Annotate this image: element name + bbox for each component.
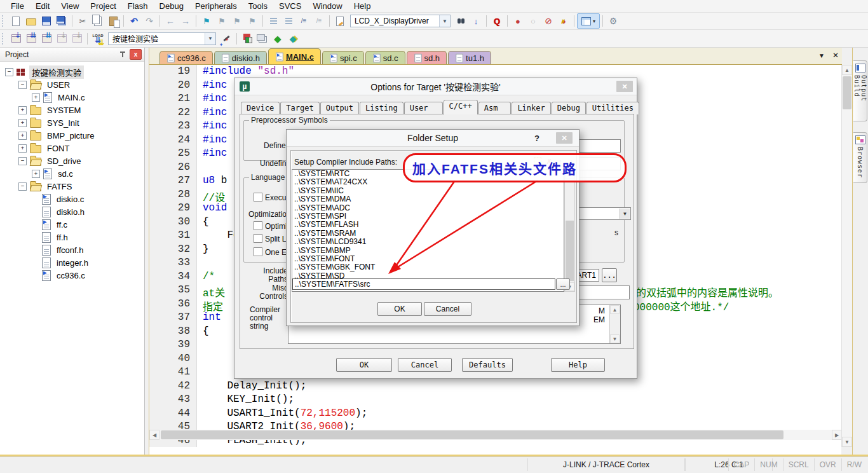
paths-scrollbar[interactable]: ▲ ▼ bbox=[564, 169, 575, 292]
tree-item-diskio-c[interactable]: diskio.c bbox=[0, 193, 144, 205]
ind2-button[interactable] bbox=[281, 14, 296, 28]
expander-icon[interactable]: + bbox=[18, 119, 27, 127]
findq-button[interactable] bbox=[489, 14, 505, 28]
path-edit-field[interactable]: ..\SYSTEM\FATFS\src bbox=[292, 278, 555, 290]
bp4-button[interactable] bbox=[556, 14, 571, 28]
folder-cancel-button[interactable]: Cancel bbox=[424, 302, 471, 316]
options-defaults-button[interactable]: Defaults bbox=[462, 358, 513, 372]
menu-file[interactable]: File bbox=[5, 1, 30, 11]
options-tab-asm[interactable]: Asm bbox=[478, 102, 512, 114]
compiler-string-scrollbar[interactable]: ▲ ▼ bbox=[609, 305, 620, 343]
one-elf-checkbox[interactable] bbox=[254, 247, 262, 256]
path-browse-button[interactable]: ... bbox=[556, 278, 570, 290]
tree-item-sd_drive[interactable]: −SD_drive bbox=[0, 154, 144, 167]
path-item[interactable]: ..\SYSTEM\LCD9341 bbox=[292, 238, 564, 246]
build-button[interactable] bbox=[24, 32, 39, 46]
translate-button[interactable] bbox=[8, 32, 24, 46]
ind1-button[interactable] bbox=[266, 14, 281, 28]
split-ldm-checkbox[interactable] bbox=[254, 234, 262, 243]
folder-ok-button[interactable]: OK bbox=[377, 302, 422, 316]
help-icon[interactable]: ? bbox=[531, 132, 543, 144]
bm3-button[interactable] bbox=[229, 14, 245, 28]
binoc-button[interactable] bbox=[453, 14, 468, 28]
bp3-button[interactable] bbox=[541, 14, 556, 28]
expander-icon[interactable]: − bbox=[5, 68, 13, 76]
options-tab-debug[interactable]: Debug bbox=[552, 102, 586, 114]
bp1-button[interactable] bbox=[510, 14, 526, 28]
options-cancel-button[interactable]: Cancel bbox=[398, 358, 452, 372]
warnings-combo[interactable]: ▼ bbox=[571, 207, 631, 220]
include-paths-browse-button[interactable]: ... bbox=[602, 268, 617, 282]
path-item[interactable]: ..\SYSTEM\SPI bbox=[292, 212, 564, 221]
new-file-button[interactable] bbox=[8, 14, 24, 28]
options-help-button[interactable]: Help bbox=[551, 358, 605, 372]
stop-build-button[interactable] bbox=[69, 32, 85, 46]
menu-tools[interactable]: Tools bbox=[243, 1, 273, 11]
editor-tab-cc936.c[interactable]: cc936.c bbox=[159, 51, 213, 64]
editor-tab-tu1.h[interactable]: tu1.h bbox=[448, 51, 491, 64]
scroll-down-icon[interactable]: ▼ bbox=[610, 334, 620, 343]
scroll-right-icon[interactable]: ▶ bbox=[832, 430, 842, 440]
scroll-up-icon[interactable]: ▲ bbox=[842, 65, 852, 75]
horizontal-scrollbar[interactable]: ◀ ▶ bbox=[149, 430, 842, 440]
manage-rte-button[interactable] bbox=[240, 32, 255, 46]
expander-icon[interactable]: − bbox=[18, 81, 27, 89]
project-close-button[interactable]: x bbox=[130, 49, 142, 60]
path-item[interactable]: ..\SYSTEM\ADC bbox=[292, 204, 564, 212]
redo-button[interactable] bbox=[142, 14, 157, 28]
editor-tab-diskio.h[interactable]: diskio.h bbox=[214, 51, 267, 64]
options-ok-button[interactable]: OK bbox=[336, 358, 392, 372]
chevron-down-icon[interactable]: ▼ bbox=[205, 33, 215, 45]
options-dialog-titlebar[interactable]: µ Options for Target '按键检测实验' ✕ bbox=[234, 78, 637, 95]
options-tab-user[interactable]: User bbox=[404, 102, 443, 114]
wrench-button[interactable] bbox=[606, 14, 621, 28]
scroll-left-icon[interactable]: ◀ bbox=[149, 430, 159, 440]
cm1-button[interactable] bbox=[296, 14, 311, 28]
bm2-button[interactable] bbox=[214, 14, 229, 28]
tree-item-cc936-c[interactable]: cc936.c bbox=[0, 269, 144, 282]
batch-build-button[interactable] bbox=[54, 32, 69, 46]
target-options-button[interactable] bbox=[219, 32, 234, 46]
menu-peripherals[interactable]: Peripherals bbox=[189, 1, 243, 11]
chevron-down-icon[interactable]: ▼ bbox=[620, 209, 630, 219]
menu-debug[interactable]: Debug bbox=[154, 1, 189, 11]
options-tab-device[interactable]: Device bbox=[241, 102, 280, 114]
menu-edit[interactable]: Edit bbox=[30, 1, 55, 11]
save-button[interactable] bbox=[39, 14, 54, 28]
tree-item-ff-c[interactable]: ff.c bbox=[0, 218, 144, 231]
options-tab-listing[interactable]: Listing bbox=[360, 102, 403, 114]
tab-close-icon[interactable]: ✕ bbox=[829, 50, 842, 60]
paste-button[interactable] bbox=[105, 14, 121, 28]
options-close-icon[interactable]: ✕ bbox=[616, 81, 633, 92]
chevron-down-icon[interactable]: ▾ bbox=[593, 18, 595, 24]
path-item[interactable]: ..\SYSTEM\FLASH bbox=[292, 221, 564, 229]
editor-tab-sd.c[interactable]: sd.c bbox=[365, 51, 405, 64]
rebuild-all-button[interactable] bbox=[39, 32, 54, 46]
download-button[interactable] bbox=[90, 32, 105, 46]
tab-browser[interactable]: Browser bbox=[853, 132, 867, 183]
options-tab-linker[interactable]: Linker bbox=[512, 102, 550, 114]
vertical-scroll-thumb[interactable] bbox=[843, 76, 851, 109]
scroll-down-icon[interactable]: ▼ bbox=[842, 437, 852, 447]
menu-project[interactable]: Project bbox=[85, 1, 121, 11]
find-doc-button[interactable] bbox=[332, 14, 348, 28]
window-layout-button[interactable]: ▾ bbox=[577, 13, 600, 29]
chevron-down-icon[interactable]: ▼ bbox=[439, 15, 450, 27]
options-tab-output[interactable]: Output bbox=[320, 102, 359, 114]
path-item[interactable]: ..\SYSTEM\SRAM bbox=[292, 230, 564, 238]
cm2-button[interactable] bbox=[311, 14, 327, 28]
configure-template-button[interactable] bbox=[285, 32, 301, 46]
open-file-button[interactable] bbox=[24, 14, 39, 28]
path-item[interactable]: ..\SYSTEM\BMP bbox=[292, 247, 564, 255]
tab-build-output[interactable]: Build Output bbox=[853, 60, 867, 121]
path-item[interactable]: ..\SYSTEM\IIC bbox=[292, 187, 564, 195]
expander-icon[interactable]: − bbox=[18, 182, 27, 191]
undo-button[interactable] bbox=[126, 14, 142, 28]
tree-item-system[interactable]: +SYSTEM bbox=[0, 104, 144, 116]
tree-item-ffconf-h[interactable]: ffconf.h bbox=[0, 243, 144, 256]
insert-template-button[interactable] bbox=[270, 32, 285, 46]
tree-item-integer-h[interactable]: integer.h bbox=[0, 256, 144, 269]
expander-icon[interactable]: + bbox=[18, 132, 27, 140]
target-select-combo[interactable]: 按键检测实验▼ bbox=[108, 32, 216, 45]
folder-close-icon[interactable]: ✕ bbox=[556, 132, 573, 144]
